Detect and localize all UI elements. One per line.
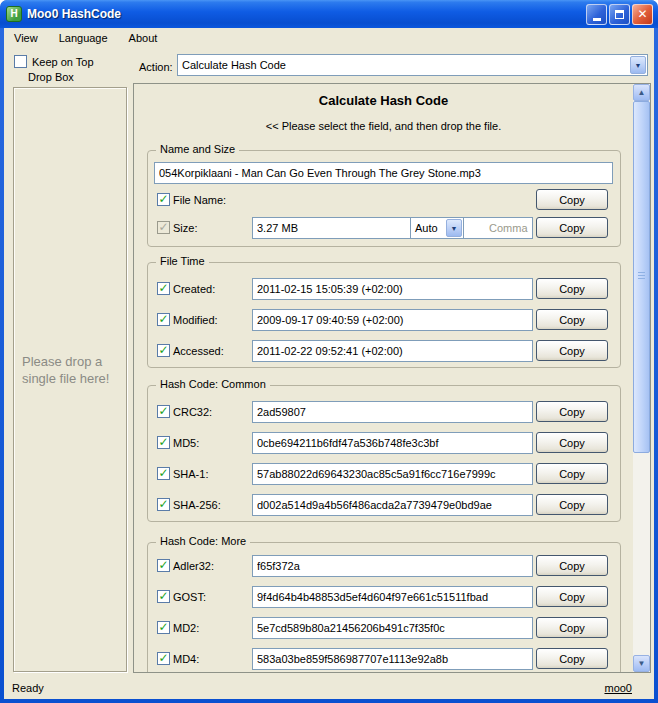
copy-gost-button[interactable]: Copy — [536, 586, 608, 607]
accessed-field[interactable] — [252, 340, 533, 362]
modified-checkbox[interactable] — [157, 313, 170, 326]
main-panel: Calculate Hash Code << Please select the… — [133, 83, 651, 673]
file-name-row: File Name: Copy — [148, 189, 620, 212]
titlebar-buttons: ✕ — [586, 4, 653, 25]
adler32-field[interactable] — [252, 555, 533, 577]
gost-checkbox[interactable] — [157, 590, 170, 603]
keep-on-top-checkbox[interactable] — [14, 55, 27, 68]
group-legend: Hash Code: Common — [156, 378, 270, 390]
size-label: Size: — [173, 222, 197, 234]
size-unit-select[interactable]: Auto ▼ — [410, 217, 464, 239]
drop-hint-text: Please drop a single file here! — [22, 354, 122, 388]
group-name-and-size: Name and Size File Name: Copy Size: Auto… — [147, 150, 621, 247]
sha1-label: SHA-1: — [173, 468, 208, 480]
accessed-label: Accessed: — [173, 345, 224, 357]
close-button[interactable]: ✕ — [632, 4, 653, 25]
minimize-button[interactable] — [586, 4, 607, 25]
keep-on-top-option: Keep on Top — [14, 55, 94, 68]
client-area: View Language About Keep on Top Drop Box… — [4, 28, 654, 699]
accessed-row: Accessed: Copy — [148, 340, 620, 363]
scroll-down-icon[interactable]: ▼ — [633, 655, 650, 672]
sha256-field[interactable] — [252, 494, 533, 516]
scrollbar-thumb[interactable] — [633, 101, 650, 453]
window-title: Moo0 HashCode — [27, 7, 586, 21]
copy-size-button[interactable]: Copy — [536, 217, 608, 238]
created-checkbox[interactable] — [157, 282, 170, 295]
status-bar: Ready moo0 — [4, 677, 654, 699]
gost-field[interactable] — [252, 586, 533, 608]
moo0-link[interactable]: moo0 — [604, 682, 632, 694]
md2-row: MD2: Copy — [148, 617, 620, 640]
menu-view[interactable]: View — [12, 31, 40, 45]
title-bar: H Moo0 HashCode ✕ — [0, 0, 658, 28]
crc32-label: CRC32: — [173, 406, 212, 418]
chevron-down-icon: ▼ — [630, 56, 646, 74]
crc32-row: CRC32: Copy — [148, 401, 620, 424]
sha256-checkbox[interactable] — [157, 498, 170, 511]
group-legend: Hash Code: More — [156, 535, 250, 547]
drop-box[interactable]: Please drop a single file here! — [13, 87, 127, 672]
md4-label: MD4: — [173, 653, 199, 665]
vertical-scrollbar[interactable]: ▲ ▼ — [633, 84, 650, 672]
md5-row: MD5: Copy — [148, 432, 620, 455]
sha1-field[interactable] — [252, 463, 533, 485]
scroll-up-icon[interactable]: ▲ — [633, 84, 650, 101]
md5-checkbox[interactable] — [157, 436, 170, 449]
md4-field[interactable] — [252, 648, 533, 670]
file-name-field[interactable] — [154, 162, 613, 184]
size-row: Size: Auto ▼ Comma Copy — [148, 217, 620, 240]
copy-crc32-button[interactable]: Copy — [536, 401, 608, 422]
md4-checkbox[interactable] — [157, 652, 170, 665]
keep-on-top-label: Keep on Top — [32, 56, 94, 68]
minimize-icon — [593, 18, 601, 21]
sha256-row: SHA-256: Copy — [148, 494, 620, 517]
comma-checkbox — [157, 221, 170, 234]
copy-md2-button[interactable]: Copy — [536, 617, 608, 638]
created-field[interactable] — [252, 278, 533, 300]
chevron-down-icon: ▼ — [446, 219, 462, 237]
md2-label: MD2: — [173, 622, 199, 634]
sha256-label: SHA-256: — [173, 499, 221, 511]
md5-field[interactable] — [252, 432, 533, 454]
copy-file-name-button[interactable]: Copy — [536, 189, 608, 210]
modified-label: Modified: — [173, 314, 218, 326]
md2-checkbox[interactable] — [157, 621, 170, 634]
copy-modified-button[interactable]: Copy — [536, 309, 608, 330]
copy-sha256-button[interactable]: Copy — [536, 494, 608, 515]
gost-label: GOST: — [173, 591, 206, 603]
maximize-button[interactable] — [609, 4, 630, 25]
copy-accessed-button[interactable]: Copy — [536, 340, 608, 361]
copy-md4-button[interactable]: Copy — [536, 648, 608, 669]
group-file-time: File Time Created: Copy Modified: Copy A… — [147, 262, 621, 368]
action-select[interactable]: Calculate Hash Code ▼ — [177, 54, 648, 76]
panel-subtitle: << Please select the field, and then dro… — [134, 120, 633, 132]
adler32-row: Adler32: Copy — [148, 555, 620, 578]
md5-label: MD5: — [173, 437, 199, 449]
file-name-checkbox[interactable] — [157, 193, 170, 206]
maximize-icon — [615, 10, 624, 19]
app-window: H Moo0 HashCode ✕ View Language About Ke… — [0, 0, 658, 703]
modified-row: Modified: Copy — [148, 309, 620, 332]
modified-field[interactable] — [252, 309, 533, 331]
gost-row: GOST: Copy — [148, 586, 620, 609]
copy-md5-button[interactable]: Copy — [536, 432, 608, 453]
action-selected-value: Calculate Hash Code — [178, 59, 629, 71]
created-label: Created: — [173, 283, 215, 295]
menu-about[interactable]: About — [127, 31, 160, 45]
action-label: Action: — [139, 61, 173, 73]
copy-adler32-button[interactable]: Copy — [536, 555, 608, 576]
file-name-label: File Name: — [173, 194, 226, 206]
menu-language[interactable]: Language — [57, 31, 110, 45]
accessed-checkbox[interactable] — [157, 344, 170, 357]
md2-field[interactable] — [252, 617, 533, 639]
copy-created-button[interactable]: Copy — [536, 278, 608, 299]
adler32-checkbox[interactable] — [157, 559, 170, 572]
size-unit-value: Auto — [411, 222, 445, 234]
copy-sha1-button[interactable]: Copy — [536, 463, 608, 484]
app-icon: H — [6, 6, 22, 22]
crc32-field[interactable] — [252, 401, 533, 423]
adler32-label: Adler32: — [173, 560, 214, 572]
crc32-checkbox[interactable] — [157, 405, 170, 418]
sha1-row: SHA-1: Copy — [148, 463, 620, 486]
sha1-checkbox[interactable] — [157, 467, 170, 480]
